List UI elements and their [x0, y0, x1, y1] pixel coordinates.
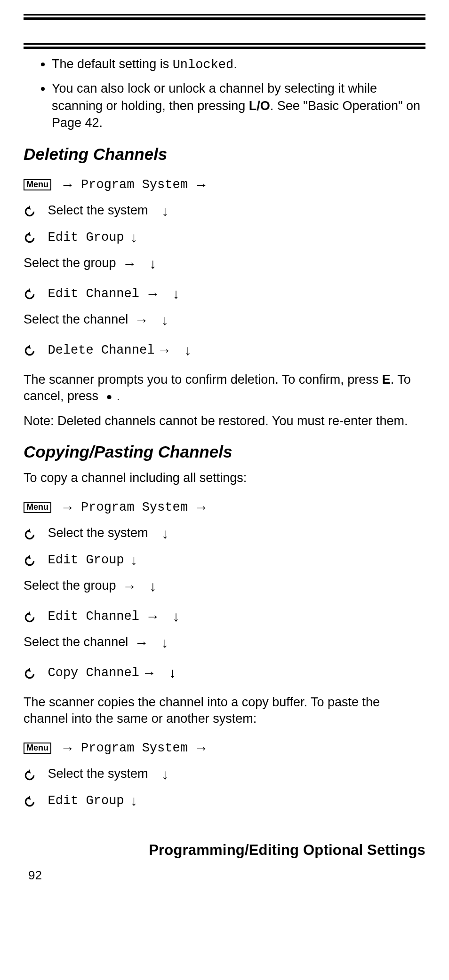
- label: Edit Group: [48, 553, 124, 567]
- label-edit-channel: Edit Channel: [48, 287, 139, 301]
- heading-copying-channels: Copying/Pasting Channels: [24, 443, 425, 461]
- label: Edit Channel: [48, 609, 139, 624]
- delete-confirm-text: The scanner prompts you to confirm delet…: [24, 371, 425, 404]
- arrow-down-icon: ↓: [161, 767, 168, 782]
- label-program-system: Program System: [81, 178, 188, 192]
- copy-intro: To copy a channel including all settings…: [24, 470, 425, 486]
- page-number: 92: [28, 868, 425, 883]
- del-step-3: Edit Group ↓: [24, 225, 425, 250]
- bullet2-lo: L/O: [249, 99, 270, 113]
- label-copy-channel: Copy Channel: [48, 666, 139, 680]
- arrow-down-icon: ↓: [172, 609, 179, 624]
- arrow-right-icon: →: [61, 740, 75, 756]
- label-select-group: Select the group: [24, 256, 116, 270]
- copy-step-3: Edit Group ↓: [24, 547, 425, 573]
- del-conf-1: The scanner prompts you to confirm delet…: [24, 372, 382, 387]
- rotate-icon: [24, 549, 39, 572]
- header-rule-2: [24, 43, 425, 49]
- bullet1-post: .: [233, 57, 237, 71]
- label-delete-channel: Delete Channel: [48, 343, 155, 357]
- rotate-icon: [24, 199, 39, 222]
- arrow-down-icon: ↓: [161, 203, 168, 219]
- arrow-right-icon: →: [142, 665, 156, 680]
- arrow-right-icon: →: [135, 312, 149, 328]
- rotate-icon: [24, 522, 39, 545]
- arrow-right-icon: →: [194, 499, 208, 515]
- copy-buffer-text: The scanner copies the channel into a co…: [24, 694, 425, 727]
- label-edit-group: Edit Group: [48, 230, 124, 245]
- del-step-5: Edit Channel → ↓: [24, 281, 425, 307]
- bullet-2: You can also lock or unlock a channel by…: [52, 80, 425, 131]
- label: Select the group: [24, 578, 116, 593]
- del-conf-3: .: [116, 389, 120, 403]
- arrow-right-icon: →: [61, 177, 75, 192]
- copy-step-2: Select the system ↓: [24, 521, 425, 546]
- del-step-2: Select the system ↓: [24, 198, 425, 224]
- arrow-down-icon: ↓: [169, 665, 176, 680]
- arrow-right-icon: →: [157, 342, 171, 358]
- label: Program System: [81, 500, 188, 514]
- arrow-right-icon: →: [135, 635, 149, 650]
- rotate-icon: [24, 339, 39, 362]
- header-rule-1: [24, 14, 425, 20]
- bullet1-pre: The default setting is: [52, 57, 173, 71]
- arrow-right-icon: →: [145, 286, 160, 301]
- copy-step-5: Edit Channel → ↓: [24, 604, 425, 629]
- heading-deleting-channels: Deleting Channels: [24, 145, 425, 164]
- arrow-down-icon: ↓: [149, 256, 156, 271]
- arrow-down-icon: ↓: [130, 552, 137, 568]
- arrow-right-icon: →: [145, 609, 160, 624]
- label: Program System: [81, 741, 188, 755]
- footer: Programming/Editing Optional Settings 92: [24, 842, 425, 883]
- arrow-down-icon: ↓: [161, 635, 168, 650]
- paste-step-3: Edit Group ↓: [24, 788, 425, 814]
- arrow-down-icon: ↓: [184, 342, 191, 358]
- delete-note: Note: Deleted channels cannot be restore…: [24, 413, 425, 429]
- copy-step-1: Menu → Program System →: [24, 495, 425, 520]
- label-select-channel: Select the channel: [24, 312, 128, 326]
- label: Select the channel: [24, 635, 128, 649]
- del-step-1: Menu → Program System →: [24, 172, 425, 198]
- label: Edit Group: [48, 794, 124, 808]
- copy-step-7: Copy Channel→ ↓: [24, 660, 425, 686]
- label: Select the system: [48, 526, 148, 540]
- del-step-7: Delete Channel→ ↓: [24, 338, 425, 363]
- arrow-down-icon: ↓: [161, 526, 168, 541]
- rotate-icon: [24, 605, 39, 628]
- dot-icon: •: [102, 388, 117, 406]
- label-select-system: Select the system: [48, 203, 148, 217]
- menu-button: Menu: [24, 502, 51, 513]
- arrow-down-icon: ↓: [130, 229, 137, 245]
- del-conf-e: E: [382, 372, 391, 387]
- rotate-icon: [24, 282, 39, 305]
- rotate-icon: [24, 662, 39, 685]
- intro-bullets: The default setting is Unlocked. You can…: [24, 55, 425, 132]
- bullet-1: The default setting is Unlocked.: [52, 55, 425, 73]
- footer-title: Programming/Editing Optional Settings: [24, 842, 425, 859]
- paste-step-1: Menu → Program System →: [24, 735, 425, 761]
- menu-button: Menu: [24, 179, 51, 190]
- arrow-down-icon: ↓: [172, 286, 179, 301]
- arrow-right-icon: →: [122, 578, 136, 594]
- copy-step-6: Select the channel → ↓: [24, 630, 425, 656]
- rotate-icon: [24, 226, 39, 249]
- arrow-down-icon: ↓: [130, 793, 137, 808]
- menu-button: Menu: [24, 743, 51, 754]
- copy-step-4: Select the group → ↓: [24, 574, 425, 599]
- paste-step-2: Select the system ↓: [24, 762, 425, 787]
- arrow-down-icon: ↓: [149, 578, 156, 594]
- arrow-right-icon: →: [194, 740, 208, 756]
- arrow-down-icon: ↓: [161, 312, 168, 328]
- arrow-right-icon: →: [122, 256, 136, 271]
- bullet1-mono: Unlocked: [173, 58, 234, 72]
- rotate-icon: [24, 790, 39, 813]
- arrow-right-icon: →: [61, 499, 75, 515]
- del-step-4: Select the group → ↓: [24, 251, 425, 277]
- del-step-6: Select the channel → ↓: [24, 308, 425, 333]
- rotate-icon: [24, 763, 39, 786]
- label: Select the system: [48, 767, 148, 781]
- arrow-right-icon: →: [194, 177, 208, 192]
